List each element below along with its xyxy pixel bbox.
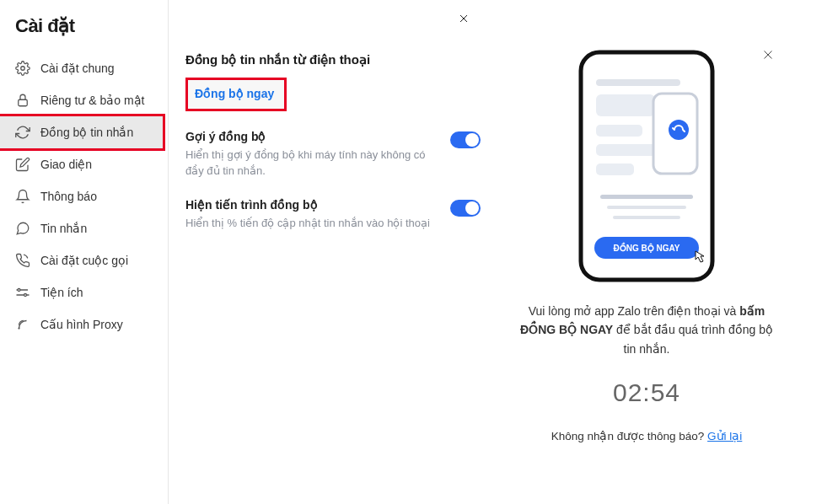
svg-point-2 (18, 289, 20, 292)
svg-rect-7 (596, 94, 655, 116)
sync-heading: Đồng bộ tin nhắn từ điện thoại (185, 52, 481, 67)
sidebar-item-calls[interactable]: Cài đặt cuộc gọi (0, 244, 168, 276)
sidebar-item-label: Cài đặt chung (40, 62, 115, 75)
phone-icon (15, 253, 30, 268)
svg-point-4 (18, 327, 19, 329)
main-content: Đồng bộ tin nhắn từ điện thoại Đồng bộ n… (169, 0, 838, 504)
toggle-progress[interactable] (450, 200, 481, 217)
svg-rect-10 (596, 164, 634, 175)
svg-rect-1 (19, 99, 28, 106)
toggle-suggest[interactable] (450, 131, 481, 148)
svg-rect-15 (613, 216, 680, 219)
lock-icon (15, 93, 30, 108)
phone-illustration: ĐỒNG BỘ NGAY (554, 47, 739, 283)
sidebar-item-label: Giao diện (40, 158, 92, 171)
svg-rect-6 (596, 79, 680, 86)
sidebar-item-display[interactable]: Giao diện (0, 148, 168, 180)
setting-row-progress: Hiện tiến trình đồng bộ Hiển thị % tiến … (185, 198, 481, 232)
countdown-timer: 02:54 (613, 378, 680, 407)
sliders-icon (15, 285, 30, 300)
satellite-icon (15, 317, 30, 332)
sidebar-item-label: Thông báo (40, 190, 97, 203)
sidebar-item-label: Riêng tư & bảo mật (40, 94, 145, 107)
sidebar-item-utilities[interactable]: Tiện ích (0, 276, 168, 308)
sidebar-item-label: Tin nhắn (40, 222, 87, 235)
setting-desc: Hiển thị gợi ý đồng bộ khi máy tính này … (185, 147, 437, 180)
sync-settings-column: Đồng bộ tin nhắn từ điện thoại Đồng bộ n… (185, 22, 481, 504)
message-icon (15, 221, 30, 236)
sidebar-item-label: Cấu hình Proxy (40, 318, 123, 331)
resend-row: Không nhận được thông báo? Gửi lại (551, 429, 743, 442)
svg-rect-14 (607, 206, 686, 209)
sidebar-item-messages[interactable]: Tin nhắn (0, 212, 168, 244)
sync-now-button[interactable]: Đồng bộ ngay (185, 78, 287, 111)
sidebar-item-proxy[interactable]: Cấu hình Proxy (0, 308, 168, 340)
sync-icon (15, 125, 30, 140)
sidebar-item-label: Đồng bộ tin nhắn (40, 126, 133, 139)
setting-desc: Hiển thị % tiến độ cập nhật tin nhắn vào… (185, 216, 437, 232)
svg-point-0 (21, 67, 25, 71)
svg-rect-13 (600, 195, 693, 199)
bell-icon (15, 189, 30, 204)
sync-instruction: Vui lòng mở app Zalo trên điện thoại và … (520, 302, 773, 358)
sync-panel: ĐỒNG BỘ NGAY Vui lòng mở app Zalo trên đ… (481, 22, 813, 504)
svg-rect-8 (596, 125, 642, 137)
settings-sidebar: Cài đặt Cài đặt chung Riêng tư & bảo mật… (0, 0, 169, 504)
sidebar-item-general[interactable]: Cài đặt chung (0, 52, 168, 84)
sidebar-item-notifications[interactable]: Thông báo (0, 180, 168, 212)
resend-link[interactable]: Gửi lại (707, 430, 742, 442)
sidebar-item-label: Cài đặt cuộc gọi (40, 254, 128, 267)
close-panel-button[interactable] (757, 44, 779, 66)
setting-title: Gợi ý đồng bộ (185, 130, 437, 143)
sidebar-item-privacy[interactable]: Riêng tư & bảo mật (0, 84, 168, 116)
phone-sync-button-label: ĐỒNG BỘ NGAY (614, 242, 680, 254)
gear-icon (15, 61, 30, 76)
setting-title: Hiện tiến trình đồng bộ (185, 198, 437, 212)
close-settings-button[interactable] (452, 7, 475, 30)
sidebar-item-label: Tiện ích (40, 286, 83, 299)
svg-point-3 (24, 294, 27, 297)
edit-icon (15, 157, 30, 172)
settings-title: Cài đặt (0, 15, 168, 52)
sidebar-item-sync[interactable]: Đồng bộ tin nhắn (0, 114, 165, 151)
setting-row-suggest: Gợi ý đồng bộ Hiển thị gợi ý đồng bộ khi… (185, 130, 481, 180)
svg-point-12 (669, 120, 689, 140)
